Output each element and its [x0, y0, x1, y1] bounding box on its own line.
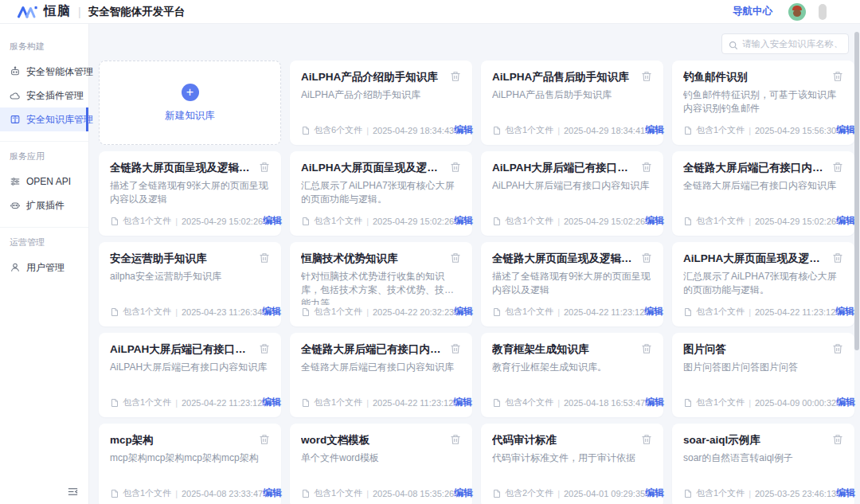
timestamp: 2025-04-08 15:35:26 [373, 489, 454, 498]
delete-icon[interactable] [450, 71, 461, 82]
knowledge-base-card[interactable]: 恒脑技术优势知识库 针对恒脑技术优势进行收集的知识库，包括技术方案、技术优势、技… [290, 242, 472, 326]
delete-icon[interactable] [450, 434, 461, 445]
footer-separator: | [749, 217, 751, 226]
card-description: soar的自然语言转aiql例子 [683, 451, 843, 486]
delete-icon[interactable] [259, 343, 270, 354]
edit-button[interactable]: 编辑 [645, 214, 664, 228]
timestamp: 2025-04-29 15:02:26 [564, 217, 645, 226]
knowledge-base-card[interactable]: AiLPHA大屏页面呈现及逻辑描述知hw 汇总展示了AiLPHA7张现有核心大屏… [290, 151, 472, 236]
delete-icon[interactable] [259, 434, 270, 445]
edit-button[interactable]: 编辑 [262, 305, 281, 318]
knowledge-base-card[interactable]: 全链路大屏后端已有接口内容知识库hwf 全链路大屏后端已有接口内容知识库 包含1… [672, 151, 854, 236]
delete-icon[interactable] [641, 434, 652, 445]
edit-button[interactable]: 编辑 [454, 123, 473, 137]
knowledge-base-card[interactable]: 全链路大屏后端已有接口内容知识库 全链路大屏后端已有接口内容知识库 包含1个文件… [290, 333, 472, 417]
footer-separator: | [749, 398, 751, 408]
avatar[interactable] [788, 3, 806, 21]
delete-icon[interactable] [832, 71, 843, 82]
edit-button[interactable]: 编辑 [836, 123, 855, 137]
file-count: 包含1个文件 [696, 215, 745, 227]
delete-icon[interactable] [641, 252, 652, 264]
edit-button[interactable]: 编辑 [453, 396, 472, 409]
knowledge-base-card[interactable]: AiLPAH大屏后端已有接口内容知识库h AiLPAH大屏后端已有接口内容知识库… [481, 151, 663, 236]
card-description: 教育行业框架生成知识库。 [492, 361, 652, 396]
delete-icon[interactable] [259, 162, 270, 173]
delete-icon[interactable] [832, 343, 843, 354]
delete-icon[interactable] [641, 71, 652, 82]
card-title: 全链路大屏页面呈现及逻辑描述知识库... [110, 161, 254, 175]
delete-icon[interactable] [832, 434, 843, 445]
delete-icon[interactable] [259, 252, 270, 264]
card-footer: 包含1个文件 | 2025-04-29 15:02:26 编辑 [683, 214, 843, 228]
file-count: 包含1个文件 [123, 487, 171, 499]
edit-button[interactable]: 编辑 [454, 305, 473, 318]
knowledge-base-card[interactable]: AiLPHA产品介绍助手知识库 AiLPHA产品介绍助手知识库 包含6个文件 | [290, 61, 472, 145]
edit-button[interactable]: 编辑 [645, 486, 664, 500]
knowledge-base-card[interactable]: mcp架构 mcp架构mcp架构mcp架构mcp架构 包含1个文件 | 20 [99, 424, 281, 504]
delete-icon[interactable] [832, 252, 843, 264]
sidebar-item-plugin-management[interactable]: 安全插件管理 [0, 84, 88, 107]
knowledge-base-card[interactable]: 全链路大屏页面呈现及逻辑描述知识库 描述了全链路现有9张大屏的页面呈现内容以及逻… [481, 242, 663, 326]
sidebar-item-extension-plugins[interactable]: 扩展插件 [0, 193, 88, 217]
edit-button[interactable]: 编辑 [836, 214, 855, 228]
file-icon [492, 307, 502, 317]
sidebar-collapse-icon[interactable] [67, 486, 79, 498]
timestamp: 2025-04-09 00:00:32 [755, 398, 836, 408]
sidebar-item-knowledge-management[interactable]: 安全知识库管理 [0, 107, 88, 131]
sidebar-item-user-management[interactable]: 用户管理 [0, 256, 88, 279]
section-label: 服务应用 [0, 142, 88, 170]
card-description: 描述了全链路现有9张大屏的页面呈现内容以及逻辑 [110, 179, 270, 214]
sidebar-item-agent-management[interactable]: 安全智能体管理 [0, 60, 88, 84]
file-count: 包含1个文件 [505, 306, 553, 318]
edit-button[interactable]: 编辑 [645, 123, 664, 137]
file-icon [301, 489, 311, 498]
card-header: soar-aiql示例库 [683, 433, 843, 447]
edit-button[interactable]: 编辑 [262, 396, 281, 409]
create-knowledge-base-card[interactable]: + 新建知识库 [99, 61, 281, 145]
file-icon [110, 307, 119, 317]
edit-button[interactable]: 编辑 [836, 396, 855, 409]
edit-button[interactable]: 编辑 [836, 486, 855, 500]
edit-button[interactable]: 编辑 [645, 396, 664, 409]
delete-icon[interactable] [450, 252, 461, 264]
edit-button[interactable]: 编辑 [263, 214, 282, 228]
card-description: 单个文件word模板 [301, 451, 461, 486]
knowledge-base-card[interactable]: AiLPHA产品售后助手知识库 AiLPHA产品售后助手知识库 包含1个文件 | [481, 61, 663, 145]
search-box[interactable] [721, 33, 849, 54]
scrollbar-thumb[interactable] [854, 32, 859, 350]
card-header: word文档模板 [301, 433, 461, 447]
card-description: 钓鱼邮件特征识别，可基于该知识库内容识别钓鱼邮件 [683, 88, 843, 123]
sidebar-item-open-api[interactable]: OPEN API [0, 170, 88, 193]
nav-center-link[interactable]: 导航中心 [733, 5, 772, 18]
knowledge-base-card[interactable]: 教育框架生成知识库 教育行业框架生成知识库。 包含4个文件 | 2025-0 [481, 333, 663, 417]
knowledge-base-card[interactable]: 安全运营助手知识库 ailpha安全运营助手知识库 包含1个文件 | 202 [99, 242, 281, 326]
delete-icon[interactable] [641, 162, 652, 173]
delete-icon[interactable] [832, 162, 843, 173]
edit-button[interactable]: 编辑 [644, 305, 663, 318]
delete-icon[interactable] [641, 343, 652, 354]
knowledge-base-card[interactable]: 代码审计标准 代码审计标准文件，用于审计依据 包含2个文件 | 2025-0 [481, 424, 663, 504]
edit-button[interactable]: 编辑 [454, 486, 473, 500]
search-input[interactable] [742, 39, 842, 49]
file-count: 包含2个文件 [505, 487, 553, 499]
edit-button[interactable]: 编辑 [454, 214, 473, 228]
file-icon [110, 217, 119, 226]
app-header: 恒脑 | 安全智能体开发平台 导航中心 [0, 0, 860, 24]
card-title: AiLPHA大屏页面呈现及逻辑描述知hw [301, 161, 445, 175]
knowledge-base-card[interactable]: AiLPHA大屏页面呈现及逻辑描述知识库 汇总展示了AiLPHA7张现有核心大屏… [672, 242, 854, 326]
knowledge-base-card[interactable]: soar-aiql示例库 soar的自然语言转aiql例子 包含1个文件 | [672, 424, 854, 504]
knowledge-base-card[interactable]: AiLPAH大屏后端已有接口内容知识库 AiLPAH大屏后端已有接口内容知识库 … [99, 333, 281, 417]
knowledge-base-card[interactable]: 图片问答 图片问答图片问答图片问答 包含1个文件 | 2025-04-09 [672, 333, 854, 417]
card-footer: 包含6个文件 | 2025-04-29 18:34:43 编辑 [301, 123, 461, 137]
edit-button[interactable]: 编辑 [835, 305, 854, 318]
knowledge-base-card[interactable]: word文档模板 单个文件word模板 包含1个文件 | 2025-04-0 [290, 424, 472, 504]
card-footer: 包含1个文件 | 2025-04-29 15:02:26 编辑 [492, 214, 652, 228]
knowledge-base-card[interactable]: 钓鱼邮件识别 钓鱼邮件特征识别，可基于该知识库内容识别钓鱼邮件 包含1个文件 | [672, 61, 854, 145]
card-description: mcp架构mcp架构mcp架构mcp架构 [110, 451, 270, 486]
edit-button[interactable]: 编辑 [263, 486, 282, 500]
delete-icon[interactable] [450, 162, 461, 173]
file-icon [492, 489, 502, 498]
knowledge-base-card[interactable]: 全链路大屏页面呈现及逻辑描述知识库... 描述了全链路现有9张大屏的页面呈现内容… [99, 151, 281, 236]
card-footer: 包含1个文件 | 2025-04-22 20:32:23 编辑 [301, 305, 461, 318]
delete-icon[interactable] [450, 343, 461, 354]
